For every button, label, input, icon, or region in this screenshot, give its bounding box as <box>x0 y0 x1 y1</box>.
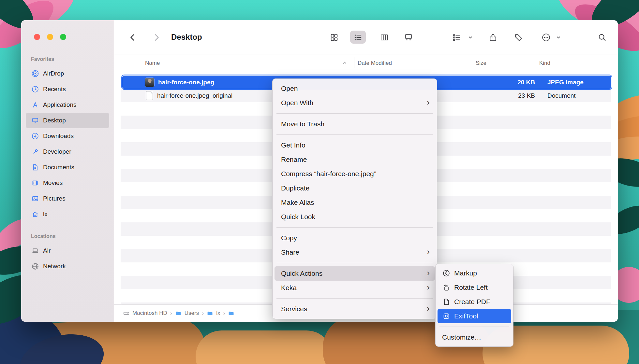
menu-item-quick-actions[interactable]: Quick Actions <box>275 266 435 281</box>
gallery-view-icon <box>404 33 413 42</box>
back-button[interactable] <box>127 32 138 43</box>
documents-icon <box>31 163 39 172</box>
path-separator-icon <box>223 310 225 317</box>
sidebar-item-recents[interactable]: Recents <box>26 81 109 97</box>
airdrop-icon <box>31 69 39 78</box>
search-button[interactable] <box>597 32 608 43</box>
back-chevron-icon <box>128 33 137 42</box>
sidebar-item-lx-home[interactable]: lx <box>26 206 109 222</box>
sidebar-item-developer[interactable]: Developer <box>26 144 109 160</box>
sidebar-item-movies[interactable]: Movies <box>26 175 109 191</box>
list-view-icon <box>353 33 363 42</box>
menu-item-rename[interactable]: Rename <box>275 152 435 167</box>
sidebar-item-desktop[interactable]: Desktop <box>26 113 109 128</box>
sidebar-item-downloads[interactable]: Downloads <box>26 128 109 144</box>
sidebar-item-label: Movies <box>43 179 63 187</box>
movies-film-icon <box>31 179 39 187</box>
recents-clock-icon <box>31 85 39 93</box>
sidebar-item-applications[interactable]: Applications <box>26 97 109 113</box>
column-view-icon <box>380 33 389 42</box>
menu-separator <box>276 227 433 228</box>
image-thumbnail-icon <box>145 78 154 87</box>
sidebar: Favorites AirDrop Recents Applications D… <box>21 20 114 322</box>
menu-item-copy[interactable]: Copy <box>275 231 435 245</box>
menu-item-keka[interactable]: Keka <box>275 281 435 295</box>
column-divider[interactable] <box>471 57 471 68</box>
column-header-kind[interactable]: Kind <box>539 54 550 72</box>
file-kind-cell: Document <box>547 89 576 102</box>
folder-icon <box>228 310 235 317</box>
path-item-users[interactable]: Users <box>175 310 199 317</box>
hard-drive-icon <box>123 310 130 317</box>
wallpaper-stone <box>196 330 333 364</box>
zoom-button[interactable] <box>60 34 66 40</box>
grid-view-icon <box>330 33 339 42</box>
column-view-button[interactable] <box>379 32 390 43</box>
pictures-photo-icon <box>31 194 39 203</box>
menu-separator <box>276 134 433 135</box>
column-divider[interactable] <box>535 57 535 68</box>
share-button[interactable] <box>487 32 498 43</box>
sidebar-item-label: Documents <box>43 164 74 171</box>
sidebar-item-documents[interactable]: Documents <box>26 160 109 175</box>
menu-separator <box>276 298 433 299</box>
home-icon <box>31 210 39 218</box>
menu-item-get-info[interactable]: Get Info <box>275 138 435 152</box>
forward-button[interactable] <box>151 32 162 43</box>
submenu-item-rotate-left[interactable]: Rotate Left <box>438 280 511 295</box>
menu-item-duplicate[interactable]: Duplicate <box>275 181 435 195</box>
group-by-chevron[interactable] <box>467 32 474 43</box>
chevron-down-icon <box>468 35 473 40</box>
sidebar-item-label: Applications <box>43 101 76 108</box>
sidebar-item-airdrop[interactable]: AirDrop <box>26 66 109 81</box>
group-by-icon <box>452 33 461 42</box>
submenu-item-customize[interactable]: Customize… <box>438 330 511 344</box>
grid-view-button[interactable] <box>329 32 340 43</box>
gallery-view-button[interactable] <box>403 32 414 43</box>
menu-item-open[interactable]: Open <box>275 81 435 96</box>
path-item-macintosh-hd[interactable]: Macintosh HD <box>123 310 167 317</box>
file-size-cell: 20 KB <box>479 76 535 89</box>
toolbar: Desktop <box>114 20 618 54</box>
menu-item-make-alias[interactable]: Make Alias <box>275 195 435 210</box>
menu-item-open-with[interactable]: Open With <box>275 96 435 110</box>
sidebar-item-label: Pictures <box>43 195 66 202</box>
more-options-button[interactable] <box>541 32 552 43</box>
file-kind-cell: JPEG image <box>547 76 584 89</box>
sidebar-item-network[interactable]: Network <box>26 259 109 274</box>
submenu-item-exiftool[interactable]: ExifTool <box>438 309 511 323</box>
menu-item-quick-look[interactable]: Quick Look <box>275 210 435 224</box>
menu-item-share[interactable]: Share <box>275 245 435 259</box>
tag-button[interactable] <box>513 32 524 43</box>
search-icon <box>598 33 607 42</box>
column-header-name[interactable]: Name <box>145 54 160 72</box>
path-item-current-folder[interactable] <box>228 310 237 317</box>
forward-chevron-icon <box>152 33 161 42</box>
sidebar-item-air[interactable]: Air <box>26 243 109 259</box>
chevron-down-icon <box>556 35 561 40</box>
menu-item-move-to-trash[interactable]: Move to Trash <box>275 117 435 131</box>
group-by-button[interactable] <box>451 32 462 43</box>
menu-item-compress[interactable]: Compress “hair-force-one.jpeg” <box>275 167 435 181</box>
sort-ascending-icon <box>342 61 347 65</box>
menu-separator <box>276 263 433 263</box>
window-controls <box>34 34 66 40</box>
column-header-date-modified[interactable]: Date Modified <box>358 54 392 72</box>
list-view-button[interactable] <box>352 32 364 43</box>
submenu-item-markup[interactable]: Markup <box>438 266 511 280</box>
exiftool-icon <box>442 312 451 320</box>
close-button[interactable] <box>34 34 40 40</box>
path-item-lx[interactable]: lx <box>207 310 220 317</box>
minimize-button[interactable] <box>47 34 53 40</box>
sidebar-section-locations: Locations <box>21 230 114 243</box>
sidebar-item-pictures[interactable]: Pictures <box>26 191 109 206</box>
column-header-size[interactable]: Size <box>476 54 486 72</box>
menu-item-services[interactable]: Services <box>275 302 435 316</box>
submenu-item-create-pdf[interactable]: Create PDF <box>438 295 511 309</box>
share-icon <box>488 33 498 42</box>
sidebar-item-label: Air <box>43 247 51 254</box>
file-size-cell: 23 KB <box>479 89 535 102</box>
column-headers: Name Date Modified Size Kind <box>114 54 618 71</box>
more-options-chevron[interactable] <box>555 32 562 43</box>
column-divider[interactable] <box>354 57 354 68</box>
